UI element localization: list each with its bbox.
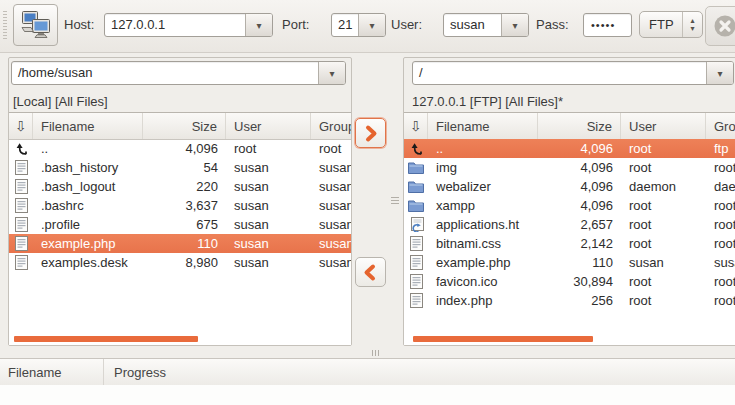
port-combo[interactable]: 21 ▾ — [331, 13, 386, 37]
file-name: examples.desk — [33, 255, 143, 270]
file-row[interactable]: .bashrc3,637susansusan — [9, 196, 351, 215]
file-row[interactable]: example.php110susansusan — [404, 253, 735, 272]
remote-path-input[interactable]: / — [413, 62, 706, 84]
file-name: example.php — [428, 255, 538, 270]
transfer-to-local-button[interactable] — [355, 257, 386, 287]
file-group: daemon — [706, 179, 735, 194]
file-group: root — [706, 274, 735, 289]
file-row[interactable]: ..4,096rootftp — [404, 139, 735, 158]
file-name: webalizer — [428, 179, 538, 194]
file-user: susan — [226, 160, 311, 175]
file-group: root — [706, 236, 735, 251]
file-user: root — [621, 293, 706, 308]
close-circle-icon — [713, 14, 735, 38]
file-group: susan — [311, 255, 351, 270]
filename-column-header[interactable]: Filename — [428, 113, 538, 139]
file-icon — [9, 198, 33, 213]
file-group: susan — [311, 198, 351, 213]
file-group: root — [706, 198, 735, 213]
queue-progress-column-header[interactable]: Progress — [104, 359, 166, 385]
user-input[interactable]: susan — [444, 14, 501, 36]
protocol-spinner[interactable]: FTP ▴▾ — [639, 11, 703, 38]
file-row[interactable]: ..4,096rootroot — [9, 139, 351, 158]
file-size: 4,096 — [538, 141, 621, 156]
chevron-down-icon[interactable]: ▾ — [358, 14, 385, 36]
port-input[interactable]: 21 — [332, 14, 358, 36]
file-row[interactable]: examples.desk8,980susansusan — [9, 253, 351, 272]
pane-divider-grip[interactable] — [391, 197, 399, 198]
user-column-header[interactable]: User — [621, 113, 706, 139]
host-combo[interactable]: 127.0.0.1 ▾ — [104, 13, 273, 37]
file-row[interactable]: webalizer4,096daemondaemon — [404, 177, 735, 196]
sort-column-header[interactable]: ⇩ — [9, 113, 33, 139]
file-user: susan — [226, 255, 311, 270]
file-size: 110 — [538, 255, 621, 270]
remote-status-label: 127.0.0.1 [FTP] [All Files]* — [412, 94, 563, 109]
file-user: susan — [226, 179, 311, 194]
group-column-header[interactable]: Group — [706, 113, 735, 139]
group-column-header[interactable]: Group — [311, 113, 351, 139]
chevron-down-icon[interactable]: ▾ — [501, 14, 528, 36]
sort-column-header[interactable]: ⇩ — [404, 113, 428, 139]
remote-file-table: ⇩ Filename Size User Group ..4,096rootft… — [404, 112, 735, 345]
file-icon — [404, 236, 428, 251]
file-icon — [9, 217, 33, 232]
password-field[interactable]: ••••• — [583, 13, 632, 37]
file-size: 8,980 — [143, 255, 226, 270]
file-name: .bashrc — [33, 198, 143, 213]
file-size: 4,096 — [538, 179, 621, 194]
file-group: root — [706, 217, 735, 232]
connect-button[interactable] — [13, 4, 58, 46]
file-row[interactable]: example.php110susansusan — [9, 234, 351, 253]
up-dir-icon — [404, 141, 428, 156]
user-column-header[interactable]: User — [226, 113, 311, 139]
file-row[interactable]: .bash_logout220susansusan — [9, 177, 351, 196]
spinner-arrows[interactable]: ▴▾ — [682, 12, 702, 37]
transfer-to-remote-button[interactable] — [355, 118, 386, 148]
file-name: .bash_logout — [33, 179, 143, 194]
stop-button[interactable] — [705, 6, 735, 46]
local-path-input[interactable]: /home/susan — [12, 62, 318, 84]
file-user: susan — [226, 198, 311, 213]
folder-icon — [404, 180, 428, 194]
chevron-down-icon[interactable]: ▾ — [318, 62, 345, 84]
file-size: 3,637 — [143, 198, 226, 213]
file-size: 256 — [538, 293, 621, 308]
file-row[interactable]: .bash_history54susansusan — [9, 158, 351, 177]
file-name: .profile — [33, 217, 143, 232]
remote-horizontal-scrollbar[interactable] — [413, 336, 593, 342]
size-column-header[interactable]: Size — [143, 113, 226, 139]
protocol-value: FTP — [640, 12, 682, 37]
file-row[interactable]: img4,096rootroot — [404, 158, 735, 177]
file-icon — [9, 255, 33, 270]
queue-filename-column-header[interactable]: Filename — [0, 359, 104, 385]
local-file-list: ..4,096rootroot.bash_history54susansusan… — [9, 139, 351, 345]
pass-label: Pass: — [536, 17, 569, 32]
local-pane: /home/susan ▾ [Local] [All Files] ⇩ File… — [8, 57, 352, 346]
user-combo[interactable]: susan ▾ — [443, 13, 529, 37]
toolbar-grip[interactable] — [3, 11, 7, 41]
queue-divider-grip[interactable] — [372, 350, 373, 356]
local-horizontal-scrollbar[interactable] — [14, 336, 198, 342]
file-row[interactable]: applications.ht2,657rootroot — [404, 215, 735, 234]
host-input[interactable]: 127.0.0.1 — [105, 14, 245, 36]
file-row[interactable]: xampp4,096rootroot — [404, 196, 735, 215]
chevron-down-icon[interactable]: ▾ — [245, 14, 272, 36]
file-group: root — [311, 141, 351, 156]
file-row[interactable]: favicon.ico30,894rootroot — [404, 272, 735, 291]
file-user: susan — [226, 217, 311, 232]
transfer-queue-list — [0, 385, 735, 405]
file-row[interactable]: .profile675susansusan — [9, 215, 351, 234]
file-size: 4,096 — [538, 198, 621, 213]
chevron-down-icon[interactable]: ▾ — [706, 62, 733, 84]
file-size: 4,096 — [538, 160, 621, 175]
file-group: susan — [311, 179, 351, 194]
file-row[interactable]: bitnami.css2,142rootroot — [404, 234, 735, 253]
file-row[interactable]: index.php256rootroot — [404, 291, 735, 310]
file-name: index.php — [428, 293, 538, 308]
filename-column-header[interactable]: Filename — [33, 113, 143, 139]
remote-path-combo[interactable]: / ▾ — [412, 61, 734, 85]
spin-down-icon[interactable]: ▾ — [690, 25, 694, 33]
local-path-combo[interactable]: /home/susan ▾ — [11, 61, 346, 85]
size-column-header[interactable]: Size — [538, 113, 621, 139]
